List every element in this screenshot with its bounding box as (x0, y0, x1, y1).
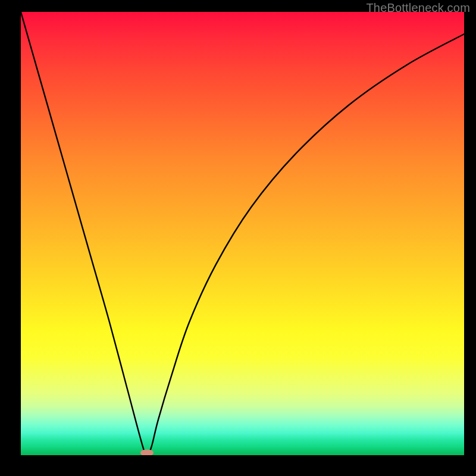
bottleneck-curve (21, 12, 464, 455)
chart-frame: TheBottleneck.com (0, 0, 476, 476)
watermark-text: TheBottleneck.com (366, 1, 470, 15)
minimum-marker (140, 449, 154, 455)
plot-area (21, 12, 464, 455)
